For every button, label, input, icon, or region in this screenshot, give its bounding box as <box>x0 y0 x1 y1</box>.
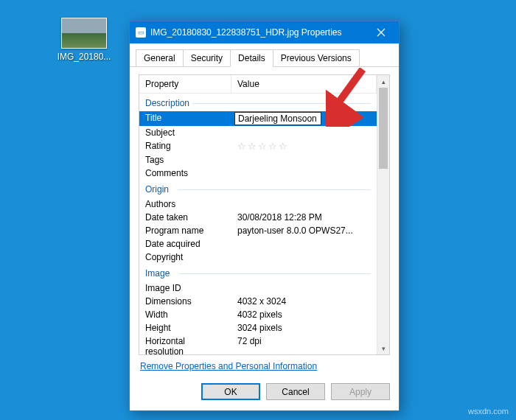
column-value[interactable]: Value <box>231 75 377 93</box>
property-value <box>231 237 377 251</box>
scrollbar-thumb[interactable] <box>379 88 388 169</box>
properties-dialog: ▭ IMG_20180830_122838751_HDR.jpg Propert… <box>129 21 400 411</box>
property-value: 4032 pixels <box>231 308 377 321</box>
table-row[interactable]: Authors <box>139 197 377 211</box>
property-value: 4032 x 3024 <box>231 295 377 308</box>
property-value: 72 dpi <box>231 335 377 354</box>
table-row[interactable]: Dimensions4032 x 3024 <box>139 295 377 308</box>
property-name: Subject <box>139 126 231 139</box>
table-row[interactable]: Comments <box>139 167 377 180</box>
scrollbar-track[interactable] <box>377 88 389 342</box>
property-value <box>231 126 377 139</box>
watermark: wsxdn.com <box>468 407 509 416</box>
table-row[interactable]: Program namepayton-user 8.0.0 OPWS27... <box>139 224 377 237</box>
dialog-buttons: OK Cancel Apply <box>130 376 399 410</box>
apply-button[interactable]: Apply <box>331 383 390 400</box>
property-name: Image ID <box>139 281 231 295</box>
table-row[interactable]: Date acquired <box>139 237 377 251</box>
property-value: 30/08/2018 12:28 PM <box>231 211 377 224</box>
property-table: Property Value DescriptionTitleSubjectRa… <box>139 74 390 355</box>
property-value <box>231 167 377 180</box>
title-input[interactable] <box>234 112 321 125</box>
table-row[interactable]: Subject <box>139 126 377 139</box>
close-icon <box>377 28 386 37</box>
property-name: Title <box>139 111 231 126</box>
rating-stars-icon[interactable]: ☆☆☆☆☆ <box>237 141 289 152</box>
property-name: Program name <box>139 224 231 237</box>
desktop-icon-label: IMG_20180... <box>55 52 114 62</box>
window-title: IMG_20180830_122838751_HDR.jpg Propertie… <box>150 27 366 38</box>
image-thumbnail <box>61 18 107 49</box>
ok-button[interactable]: OK <box>201 383 260 400</box>
table-row[interactable]: Horizontal resolution72 dpi <box>139 335 377 354</box>
table-row[interactable]: Height3024 pixels <box>139 321 377 335</box>
table-row[interactable]: Tags <box>139 153 377 167</box>
property-name: Rating <box>139 139 231 153</box>
property-name: Authors <box>139 197 231 211</box>
column-property[interactable]: Property <box>139 75 231 93</box>
scroll-down-icon[interactable]: ▾ <box>377 342 389 354</box>
group-header-description: Description <box>139 94 377 111</box>
property-value: payton-user 8.0.0 OPWS27... <box>231 224 377 237</box>
property-value: 3024 pixels <box>231 321 377 335</box>
table-row[interactable]: Copyright <box>139 251 377 264</box>
property-name: Comments <box>139 167 231 180</box>
property-name: Tags <box>139 153 231 167</box>
close-button[interactable] <box>366 21 396 43</box>
table-row[interactable]: Rating☆☆☆☆☆ <box>139 139 377 153</box>
tab-security[interactable]: Security <box>183 49 231 66</box>
tab-general[interactable]: General <box>136 49 184 66</box>
table-row[interactable]: Width4032 pixels <box>139 308 377 321</box>
property-value <box>231 281 377 295</box>
property-name: Dimensions <box>139 295 231 308</box>
remove-properties-link-wrap: Remove Properties and Personal Informati… <box>139 361 390 371</box>
property-value <box>231 153 377 167</box>
tab-details[interactable]: Details <box>230 49 273 67</box>
tab-content: Property Value DescriptionTitleSubjectRa… <box>130 67 399 376</box>
scroll-up-icon[interactable]: ▴ <box>377 75 389 88</box>
desktop-file-icon[interactable]: IMG_20180... <box>55 18 114 62</box>
titlebar[interactable]: ▭ IMG_20180830_122838751_HDR.jpg Propert… <box>130 21 399 43</box>
property-name: Height <box>139 321 231 335</box>
table-row[interactable]: Image ID <box>139 281 377 295</box>
tab-strip: General Security Details Previous Versio… <box>130 43 399 67</box>
document-icon: ▭ <box>136 27 146 38</box>
remove-properties-link[interactable]: Remove Properties and Personal Informati… <box>140 361 317 371</box>
table-header: Property Value <box>139 75 377 94</box>
property-value[interactable] <box>231 111 377 126</box>
cancel-button[interactable]: Cancel <box>266 383 325 400</box>
property-name: Date acquired <box>139 237 231 251</box>
property-value <box>231 251 377 264</box>
table-row[interactable]: Date taken30/08/2018 12:28 PM <box>139 211 377 224</box>
property-value: ☆☆☆☆☆ <box>231 139 377 153</box>
table-row[interactable]: Title <box>139 111 377 126</box>
property-name: Width <box>139 308 231 321</box>
group-header-image: Image <box>139 264 377 281</box>
group-header-origin: Origin <box>139 180 377 197</box>
property-name: Horizontal resolution <box>139 335 231 354</box>
property-name: Date taken <box>139 211 231 224</box>
scrollbar[interactable]: ▴ ▾ <box>377 75 389 354</box>
tab-previous-versions[interactable]: Previous Versions <box>273 49 360 66</box>
property-name: Copyright <box>139 251 231 264</box>
property-value <box>231 197 377 211</box>
